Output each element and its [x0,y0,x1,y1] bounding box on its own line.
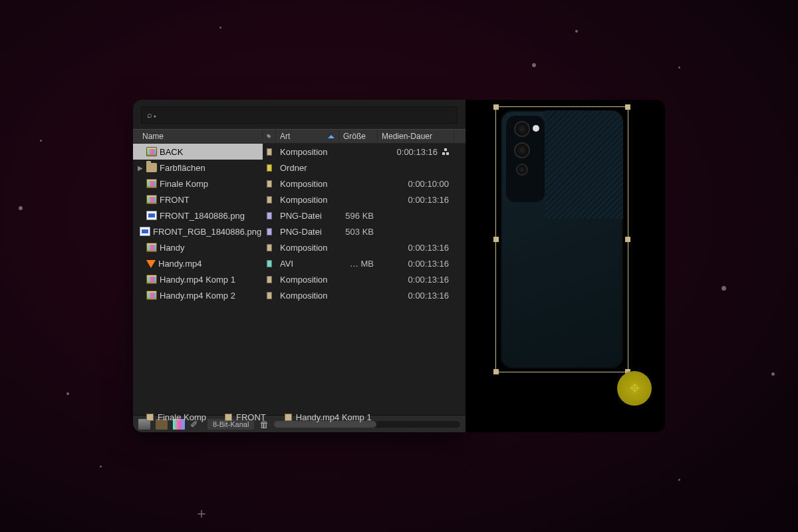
item-duration: 0:00:13:16 [378,255,454,271]
item-size [339,287,378,303]
comp-swatch-icon [146,414,154,421]
cursor-highlight: ✥ [617,371,652,406]
item-name: Handy.mp4 Komp 2 [160,291,235,301]
item-type: Komposition [276,192,339,207]
item-duration: 0:00:13:16 [378,144,454,160]
project-item[interactable]: Handy.mp4 Komp 2Komposition0:00:13:16 [133,287,466,303]
item-type: AVI [276,255,339,271]
item-name: FRONT_RGB_1840886.png [153,227,261,237]
selection-bbox[interactable] [495,106,628,372]
item-size [339,144,378,160]
search-input[interactable]: ⌕▾ [141,106,458,124]
usage-icon [442,148,449,155]
item-size [339,176,378,192]
item-duration: 0:00:13:16 [378,192,454,207]
item-size [339,271,378,287]
comp-swatch-icon [225,414,232,421]
item-type: PNG-Datei [276,223,339,239]
project-item[interactable]: HandyKomposition0:00:13:16 [133,239,466,255]
column-headers: Name Art Größe Medien-Dauer [133,129,466,144]
comp-icon [146,179,157,188]
item-size: … MB [339,255,378,271]
resize-handle[interactable] [493,237,499,242]
png-icon [146,211,157,220]
item-type: Komposition [276,287,339,303]
comp-icon [146,275,157,284]
item-type: Komposition [276,239,339,255]
item-size [339,192,378,207]
item-name: FRONT_1840886.png [160,211,245,221]
label-swatch[interactable] [267,228,272,235]
resize-handle[interactable] [625,104,630,110]
comp-icon [146,195,157,204]
label-swatch[interactable] [267,180,272,188]
item-size [339,239,378,255]
col-label[interactable] [263,130,276,143]
resize-handle[interactable] [493,369,499,374]
flow-tab[interactable]: FRONT [225,412,266,422]
avi-icon [146,260,156,268]
col-name[interactable]: Name [133,130,263,143]
item-duration [378,160,454,176]
expand-arrow-icon[interactable]: ▶ [137,164,144,172]
search-icon: ⌕▾ [147,110,158,120]
project-panel: ⌕▾ Name Art Größe Medien-Dauer BACKKompo… [133,100,466,432]
label-swatch[interactable] [267,212,272,219]
item-duration [378,207,454,223]
project-item[interactable]: ▶FarbflächenOrdner [133,160,466,176]
flow-tab[interactable]: Finale Komp [146,412,206,422]
item-type: Komposition [276,176,339,192]
comp-icon [146,291,157,300]
project-item[interactable]: BACKKomposition0:00:13:16 [133,144,466,160]
label-swatch[interactable] [267,148,272,156]
flow-tab[interactable]: Handy.mp4 Komp 1 [285,412,372,422]
label-swatch[interactable] [267,292,272,299]
col-duration[interactable]: Medien-Dauer [378,130,454,143]
label-swatch[interactable] [267,260,272,267]
resize-handle[interactable] [625,237,630,242]
project-items: BACKKomposition0:00:13:16▶FarbflächenOrd… [133,144,466,415]
composition-preview[interactable] [495,106,628,372]
project-item[interactable]: Handy.mp4 Komp 1Komposition0:00:13:16 [133,271,466,287]
item-duration: 0:00:13:16 [378,239,454,255]
comp-icon [146,243,157,252]
item-size: 596 KB [339,207,378,223]
item-type: Komposition [276,144,339,160]
item-name: Handy.mp4 [158,259,202,269]
item-duration: 0:00:10:00 [378,176,454,192]
item-name: Handy.mp4 Komp 1 [160,275,235,285]
label-swatch[interactable] [267,276,272,283]
item-size [339,160,378,176]
sort-asc-icon [328,135,334,138]
item-name: Handy [160,243,185,253]
item-duration [378,223,454,239]
plus-icon: ＋ [194,503,209,523]
png-icon [140,227,150,236]
item-type: PNG-Datei [276,207,339,223]
folder-icon [146,163,157,172]
item-type: Ordner [276,160,339,176]
project-item[interactable]: FRONTKomposition0:00:13:16 [133,192,466,207]
project-item[interactable]: FRONT_1840886.pngPNG-Datei596 KB [133,207,466,223]
col-type[interactable]: Art [276,130,339,143]
item-name: FRONT [160,195,190,205]
tag-icon [267,132,271,140]
resize-handle[interactable] [493,104,499,110]
label-swatch[interactable] [267,164,272,172]
comp-icon [146,147,157,156]
item-name: Farbflächen [160,163,205,173]
project-item[interactable]: Finale KompKomposition0:00:10:00 [133,176,466,192]
item-duration: 0:00:13:16 [378,271,454,287]
item-size: 503 KB [339,223,378,239]
project-item[interactable]: FRONT_RGB_1840886.pngPNG-Datei503 KB [133,223,466,239]
item-name: Finale Komp [160,179,208,189]
label-swatch[interactable] [267,244,272,251]
item-type: Komposition [276,271,339,287]
label-swatch[interactable] [267,196,272,203]
item-name: BACK [160,147,183,157]
flowchart-tabs: Finale Komp FRONT Handy.mp4 Komp 1 [146,408,466,426]
project-item[interactable]: Handy.mp4AVI… MB0:00:13:16 [133,255,466,271]
comp-swatch-icon [285,414,292,421]
col-size[interactable]: Größe [339,130,378,143]
item-duration: 0:00:13:16 [378,287,454,303]
